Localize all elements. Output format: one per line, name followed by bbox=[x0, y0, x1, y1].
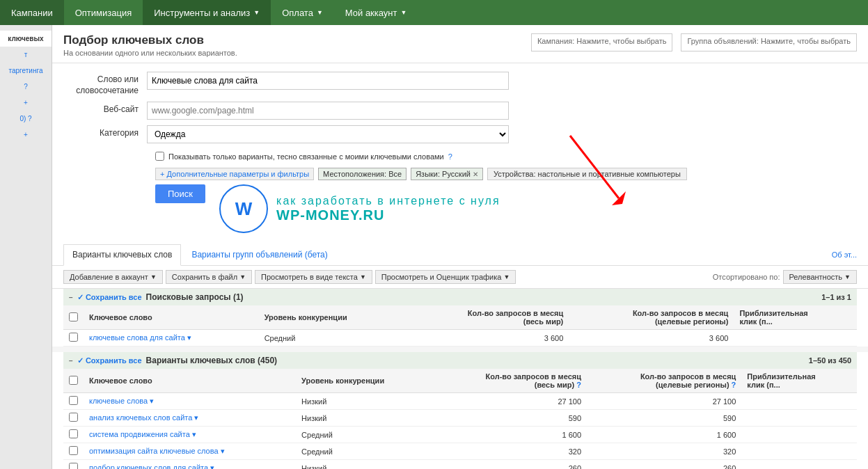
row-checkbox[interactable] bbox=[69, 413, 78, 422]
nav-tools[interactable]: Инструменты и анализ ▼ bbox=[143, 0, 271, 25]
nav-payment-arrow: ▼ bbox=[317, 9, 323, 16]
sidebar-targeting[interactable]: таргетинга bbox=[0, 63, 52, 79]
col-regions-sq: Кол-во запросов в месяц(целевые регионы) bbox=[569, 305, 734, 330]
cpc-cell bbox=[741, 443, 857, 460]
related-checkbox[interactable] bbox=[155, 152, 164, 161]
world-cell: 1 600 bbox=[432, 427, 587, 443]
main-content: Подбор ключевых слов На основании одного… bbox=[52, 25, 868, 469]
row-checkbox[interactable] bbox=[69, 446, 78, 455]
cpc-cell bbox=[741, 460, 857, 469]
adgroup-selector[interactable]: Группа объявлений: Нажмите, чтобы выбрат… bbox=[681, 33, 857, 51]
sidebar-add2[interactable]: + bbox=[0, 127, 52, 143]
col-world-sq: Кол-во запросов в месяц(весь мир) bbox=[404, 305, 569, 330]
keyword-form: Слово илисловосочетание Веб-сайт Категор… bbox=[52, 63, 868, 244]
collapse-search-queries[interactable]: − bbox=[69, 294, 73, 301]
location-tag: Местоположения: Все bbox=[318, 168, 407, 180]
sidebar-keywords[interactable]: ключевых bbox=[0, 31, 52, 47]
save-all-variants[interactable]: ✓ Сохранить все bbox=[77, 356, 142, 365]
about-link[interactable]: Об эт... bbox=[832, 251, 857, 259]
keyword-cell[interactable]: система продвижения сайта ▾ bbox=[89, 430, 196, 438]
tags-row: + Дополнительные параметры и фильтры Мес… bbox=[63, 164, 857, 184]
tab-keyword-variants[interactable]: Варианты ключевых слов bbox=[63, 244, 181, 266]
keyword-cell[interactable]: ключевые слова ▾ bbox=[89, 397, 154, 405]
sidebar-item-2[interactable]: т bbox=[0, 47, 52, 63]
page-subtitle: На основании одного или нескольких вариа… bbox=[63, 49, 237, 57]
nav-optimization[interactable]: Оптимизация bbox=[64, 0, 143, 25]
regions-cell: 320 bbox=[587, 443, 741, 460]
search-queries-table: Ключевое слово Уровень конкуренции Кол-в… bbox=[63, 305, 857, 347]
col-regions-kv: Кол-во запросов в месяц(целевые регионы)… bbox=[587, 369, 741, 393]
search-queries-title: Поисковые запросы (1) bbox=[146, 292, 244, 302]
search-queries-section: − ✓ Сохранить все Поисковые запросы (1) … bbox=[52, 289, 868, 347]
category-select[interactable]: Одежда bbox=[147, 125, 509, 143]
help-icon[interactable]: ? bbox=[448, 152, 452, 161]
col-keyword-kv: Ключевое слово bbox=[84, 369, 296, 393]
nav-campaigns[interactable]: Кампании bbox=[0, 0, 64, 25]
world-cell: 27 100 bbox=[432, 393, 587, 410]
sort-value-btn[interactable]: Релевантность ▼ bbox=[783, 270, 857, 284]
nav-tools-arrow: ▼ bbox=[253, 9, 260, 16]
cpc-cell bbox=[734, 330, 857, 347]
col-competition-kv: Уровень конкуренции bbox=[296, 369, 432, 393]
expand-filters-btn[interactable]: + Дополнительные параметры и фильтры bbox=[155, 168, 314, 180]
keyword-cell[interactable]: подбор ключевых слов для сайта ▾ bbox=[89, 463, 214, 469]
row-checkbox[interactable] bbox=[69, 429, 78, 438]
sidebar-stat[interactable]: 0) ? bbox=[0, 111, 52, 127]
language-tag-remove[interactable]: ✕ bbox=[473, 170, 478, 178]
word-input[interactable] bbox=[147, 72, 509, 90]
keyword-cell[interactable]: анализ ключевых слов сайта ▾ bbox=[89, 413, 198, 422]
add-to-account-btn[interactable]: Добавление в аккаунт ▼ bbox=[63, 270, 163, 284]
search-button[interactable]: Поиск bbox=[155, 184, 205, 203]
save-all-search[interactable]: ✓ Сохранить все bbox=[77, 293, 142, 302]
category-row: Категория Одежда bbox=[63, 125, 857, 143]
competition-cell: Средний bbox=[296, 427, 432, 443]
keyword-variants-table: Ключевое слово Уровень конкуренции Кол-в… bbox=[63, 369, 857, 469]
cpc-cell bbox=[741, 393, 857, 410]
cpc-cell bbox=[741, 410, 857, 427]
search-queries-pagination: 1–1 из 1 bbox=[821, 293, 851, 301]
campaign-selector[interactable]: Кампания: Нажмите, чтобы выбрать bbox=[531, 33, 673, 51]
campaign-selectors: Кампания: Нажмите, чтобы выбрать Группа … bbox=[531, 33, 857, 51]
tab-adgroup-variants[interactable]: Варианты групп объявлений (бета) bbox=[182, 244, 336, 265]
sidebar-help[interactable]: ? bbox=[0, 79, 52, 95]
watermark-line2: WP-MONEY.RU bbox=[276, 207, 500, 223]
row-checkbox[interactable] bbox=[69, 463, 78, 469]
view-text-btn[interactable]: Просмотреть в виде текста ▼ bbox=[255, 270, 372, 284]
keyword-variants-pagination: 1–50 из 450 bbox=[809, 356, 851, 365]
checkbox-row: Показывать только варианты, тесно связан… bbox=[63, 149, 857, 164]
nav-payment[interactable]: Оплата ▼ bbox=[271, 0, 334, 25]
red-arrow bbox=[556, 129, 640, 212]
col-keyword-sq: Ключевое слово bbox=[84, 305, 259, 330]
toolbar: Добавление в аккаунт ▼ Сохранить в файл … bbox=[52, 266, 868, 289]
cpc-cell bbox=[741, 427, 857, 443]
select-all-variants[interactable] bbox=[69, 376, 78, 385]
keyword-cell[interactable]: оптимизация сайта ключевые слова ▾ bbox=[89, 447, 225, 455]
world-cell: 260 bbox=[432, 460, 587, 469]
row-checkbox[interactable] bbox=[69, 396, 78, 405]
save-to-file-btn[interactable]: Сохранить в файл ▼ bbox=[166, 270, 252, 284]
row-checkbox[interactable] bbox=[69, 333, 78, 342]
top-navigation: Кампании Оптимизация Инструменты и анали… bbox=[0, 0, 868, 25]
sort-arrow: ▼ bbox=[844, 273, 851, 280]
world-cell: 590 bbox=[432, 410, 587, 427]
sidebar-add[interactable]: + bbox=[0, 95, 52, 111]
website-input[interactable] bbox=[147, 102, 509, 120]
save-btn-arrow: ▼ bbox=[239, 273, 246, 280]
view-traffic-btn[interactable]: Просмотреть и Оценщик трафика ▼ bbox=[375, 270, 516, 284]
nav-account[interactable]: Мой аккаунт ▼ bbox=[334, 0, 418, 25]
search-queries-header: − ✓ Сохранить все Поисковые запросы (1) … bbox=[63, 289, 857, 305]
regions-cell: 27 100 bbox=[587, 393, 741, 410]
svg-line-0 bbox=[570, 136, 619, 198]
competition-cell: Низкий bbox=[296, 393, 432, 410]
table-row: система продвижения сайта ▾ Средний 1 60… bbox=[63, 427, 857, 443]
keyword-cell[interactable]: ключевые слова для сайта ▾ bbox=[89, 333, 191, 342]
table-row: ключевые слова ▾ Низкий 27 100 27 100 bbox=[63, 393, 857, 410]
select-all-search[interactable] bbox=[69, 312, 78, 321]
regions-cell: 260 bbox=[587, 460, 741, 469]
keyword-variants-section: − ✓ Сохранить все Варианты ключевых слов… bbox=[52, 352, 868, 469]
world-cell: 3 600 bbox=[404, 330, 569, 347]
website-label: Веб-сайт bbox=[63, 102, 147, 116]
word-row: Слово илисловосочетание bbox=[63, 72, 857, 96]
wp-logo: W bbox=[219, 184, 268, 233]
collapse-variants[interactable]: − bbox=[69, 357, 73, 365]
